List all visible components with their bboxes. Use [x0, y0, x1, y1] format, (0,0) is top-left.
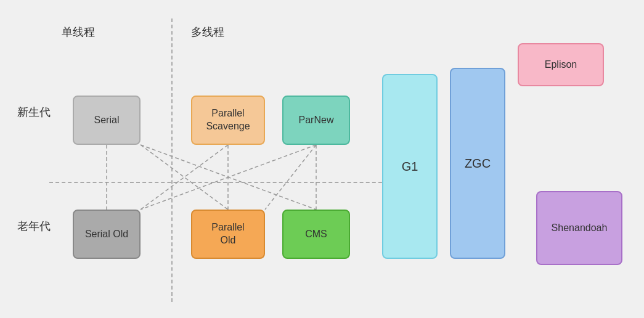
- single-thread-label: 单线程: [62, 25, 95, 39]
- svg-line-4: [265, 145, 316, 210]
- eplison-box: Eplison: [518, 43, 604, 86]
- g1-box: G1: [382, 74, 438, 259]
- serial-old-box: Serial Old: [73, 210, 141, 259]
- svg-line-1: [141, 145, 228, 210]
- svg-line-3: [141, 145, 316, 210]
- zgc-box: ZGC: [450, 68, 505, 259]
- svg-line-2: [141, 145, 316, 210]
- shenandoah-box: Shenandoah: [536, 191, 622, 265]
- cms-box: CMS: [282, 210, 350, 259]
- young-gen-label: 新生代: [17, 105, 51, 120]
- multi-thread-label: 多线程: [191, 25, 224, 39]
- serial-box: Serial: [73, 96, 141, 145]
- vertical-divider: [171, 18, 173, 302]
- svg-line-6: [141, 145, 228, 210]
- old-gen-label: 老年代: [17, 219, 51, 234]
- horizontal-divider: [49, 182, 394, 183]
- parallel-scavenge-box: ParallelScavenge: [191, 96, 265, 145]
- parnew-box: ParNew: [282, 96, 350, 145]
- parallel-old-box: ParallelOld: [191, 210, 265, 259]
